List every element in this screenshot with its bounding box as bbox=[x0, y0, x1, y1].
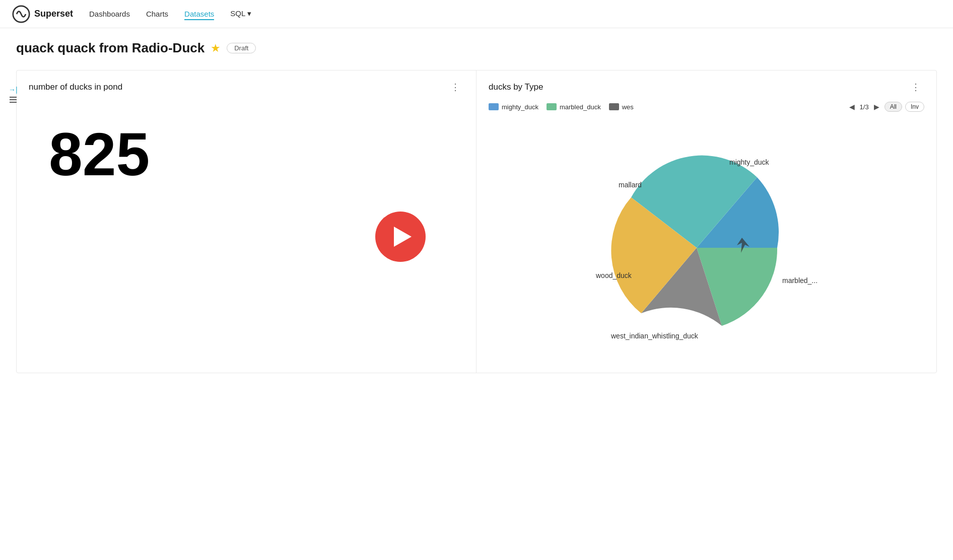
left-panel-header: number of ducks in pond ⋮ bbox=[29, 81, 464, 94]
title-row: quack quack from Radio-Duck ★ Draft bbox=[16, 40, 937, 56]
legend-pagination: ◀ 1/3 ▶ All Inv bbox=[847, 102, 924, 112]
legend-color-wes bbox=[609, 103, 619, 110]
logo-link[interactable]: Superset bbox=[12, 5, 73, 23]
collapse-icon: →| bbox=[9, 86, 18, 94]
logo-icon bbox=[12, 5, 30, 23]
page-indicator: 1/3 bbox=[860, 103, 869, 111]
draft-badge[interactable]: Draft bbox=[227, 43, 256, 53]
left-panel: →| number of ducks in pond ⋮ 825 bbox=[17, 71, 476, 373]
label-mighty-duck: mighty_duck bbox=[729, 158, 770, 166]
charts-grid: →| number of ducks in pond ⋮ 825 bbox=[16, 70, 937, 373]
big-number: 825 bbox=[49, 124, 464, 184]
legend-label-marbled-duck: marbled_duck bbox=[560, 103, 601, 111]
pie-container: mighty_duck mallard marbled_... west_ind… bbox=[489, 122, 924, 354]
right-panel-header: ducks by Type ⋮ bbox=[489, 81, 924, 94]
play-button[interactable] bbox=[375, 212, 426, 262]
pagination-next-button[interactable]: ▶ bbox=[872, 102, 881, 112]
nav-datasets[interactable]: Datasets bbox=[184, 10, 214, 20]
legend-item-mighty-duck: mighty_duck bbox=[489, 103, 538, 111]
right-panel-more-button[interactable]: ⋮ bbox=[907, 81, 924, 94]
nav-charts[interactable]: Charts bbox=[146, 10, 168, 19]
page-title: quack quack from Radio-Duck bbox=[16, 40, 205, 56]
legend-label-mighty-duck: mighty_duck bbox=[502, 103, 538, 111]
page-content: quack quack from Radio-Duck ★ Draft →| n… bbox=[0, 28, 953, 385]
pie-chart-svg: mighty_duck mallard marbled_... west_ind… bbox=[581, 122, 833, 354]
nav-sql[interactable]: SQL ▾ bbox=[230, 9, 251, 19]
left-panel-more-button[interactable]: ⋮ bbox=[447, 81, 464, 94]
navbar: Superset Dashboards Charts Datasets SQL … bbox=[0, 0, 953, 28]
sql-dropdown-icon: ▾ bbox=[247, 9, 251, 18]
play-button-container bbox=[375, 212, 426, 262]
filter-icon bbox=[10, 97, 17, 103]
legend-row: mighty_duck marbled_duck wes ◀ 1/3 ▶ All… bbox=[489, 102, 924, 112]
sidebar-toggle[interactable]: →| bbox=[9, 86, 18, 103]
nav-links: Dashboards Charts Datasets SQL ▾ bbox=[89, 9, 251, 19]
nav-dashboards[interactable]: Dashboards bbox=[89, 10, 130, 19]
label-west-indian: west_indian_whistling_duck bbox=[610, 332, 699, 340]
pagination-prev-button[interactable]: ◀ bbox=[847, 102, 857, 112]
label-mallard: mallard bbox=[619, 181, 642, 189]
filter-inv-button[interactable]: Inv bbox=[905, 102, 924, 112]
legend-label-wes: wes bbox=[622, 103, 634, 111]
legend-item-marbled-duck: marbled_duck bbox=[547, 103, 601, 111]
legend-color-mighty-duck bbox=[489, 103, 499, 110]
right-panel-title: ducks by Type bbox=[489, 82, 543, 92]
right-panel: ducks by Type ⋮ mighty_duck marbled_duck… bbox=[476, 71, 936, 373]
label-marbled: marbled_... bbox=[782, 276, 818, 285]
legend-color-marbled-duck bbox=[547, 103, 557, 110]
filter-all-button[interactable]: All bbox=[884, 102, 902, 112]
star-icon[interactable]: ★ bbox=[211, 42, 221, 55]
legend-item-wes: wes bbox=[609, 103, 634, 111]
label-wood-duck: wood_duck bbox=[595, 271, 632, 279]
left-panel-title: number of ducks in pond bbox=[29, 82, 122, 92]
play-icon bbox=[394, 227, 412, 247]
logo-text: Superset bbox=[34, 9, 73, 19]
